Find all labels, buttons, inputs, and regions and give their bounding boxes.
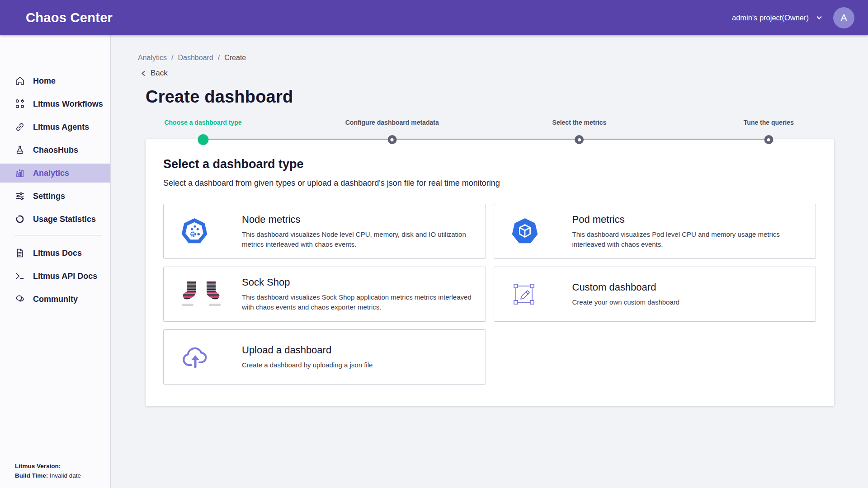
step-dot bbox=[575, 135, 584, 144]
sidebar-item-community[interactable]: Community bbox=[0, 290, 110, 309]
sidebar-item-label: Litmus Docs bbox=[33, 249, 82, 258]
step-label: Configure dashboard metadata bbox=[345, 119, 439, 126]
stepper: Choose a dashboard type Configure dashbo… bbox=[146, 119, 834, 145]
sidebar-item-usage-statistics[interactable]: Usage Statistics bbox=[0, 210, 110, 229]
card-title: Upload a dashboard bbox=[242, 344, 475, 356]
card-description: Create a dashboard by uploading a json f… bbox=[242, 360, 475, 370]
home-icon bbox=[14, 75, 25, 86]
litmus-version-label: Litmus Version: bbox=[15, 463, 61, 469]
breadcrumb: Analytics / Dashboard / Create bbox=[138, 54, 868, 62]
chaoshub-icon bbox=[14, 145, 25, 155]
sidebar-divider bbox=[14, 235, 102, 235]
sock-shop-icon bbox=[180, 280, 222, 308]
breadcrumb-separator: / bbox=[171, 54, 173, 62]
project-selector[interactable]: admin's project(Owner) bbox=[732, 14, 822, 22]
step-tune-queries: Tune the queries bbox=[744, 119, 794, 126]
sidebar-item-label: Home bbox=[33, 76, 56, 86]
step-configure-metadata: Configure dashboard metadata bbox=[345, 119, 439, 126]
back-label: Back bbox=[151, 69, 168, 78]
node-metrics-icon bbox=[180, 217, 208, 245]
dashboard-type-panel: Select a dashboard type Select a dashboa… bbox=[146, 139, 834, 406]
analytics-icon bbox=[14, 168, 25, 178]
sidebar-footer: Litmus Version: Build Time: Invalid date bbox=[15, 461, 81, 481]
api-docs-icon bbox=[14, 271, 25, 282]
sidebar-item-home[interactable]: Home bbox=[0, 71, 110, 90]
sidebar-item-label: Litmus Workflows bbox=[33, 99, 103, 109]
upload-dashboard-icon bbox=[180, 344, 210, 370]
card-upload-dashboard[interactable]: Upload a dashboard Create a dashboard by… bbox=[163, 329, 486, 385]
sidebar-item-label: Community bbox=[33, 295, 78, 304]
breadcrumb-separator: / bbox=[218, 54, 220, 62]
sidebar-item-label: Litmus API Docs bbox=[33, 272, 97, 281]
back-button[interactable]: Back bbox=[141, 69, 168, 78]
community-icon bbox=[14, 294, 25, 305]
step-label: Tune the queries bbox=[744, 119, 794, 126]
usage-statistics-icon bbox=[14, 214, 25, 225]
panel-subheading: Select a dashboard from given types or u… bbox=[163, 178, 816, 188]
sidebar: Home Litmus Workflows Litmus Agents Chao… bbox=[0, 35, 111, 488]
card-title: Custom dashboard bbox=[572, 282, 805, 293]
card-description: This dashboard visualizes Sock Shop appl… bbox=[242, 292, 475, 312]
project-selector-label: admin's project(Owner) bbox=[732, 14, 809, 22]
workflows-icon bbox=[14, 99, 25, 109]
app-header: Chaos Center admin's project(Owner) A bbox=[0, 0, 868, 35]
breadcrumb-analytics[interactable]: Analytics bbox=[138, 54, 167, 62]
card-title: Sock Shop bbox=[242, 277, 475, 288]
sidebar-item-settings[interactable]: Settings bbox=[0, 187, 110, 206]
sidebar-item-label: ChaosHubs bbox=[33, 145, 78, 155]
sidebar-item-litmus-docs[interactable]: Litmus Docs bbox=[0, 244, 110, 263]
step-dot bbox=[387, 135, 396, 144]
step-dot-active bbox=[198, 134, 208, 145]
card-custom-dashboard[interactable]: Custom dashboard Create your own custom … bbox=[494, 267, 816, 322]
breadcrumb-create: Create bbox=[224, 54, 246, 62]
card-title: Node metrics bbox=[242, 214, 475, 225]
avatar[interactable]: A bbox=[833, 7, 854, 28]
settings-icon bbox=[14, 191, 25, 202]
stepper-track bbox=[203, 139, 769, 140]
card-node-metrics[interactable]: Node metrics This dashboard visualizes N… bbox=[163, 204, 486, 259]
build-time-label: Build Time: bbox=[15, 472, 48, 479]
step-select-metrics: Select the metrics bbox=[552, 119, 607, 126]
card-title: Pod metrics bbox=[572, 214, 805, 225]
main-content: Analytics / Dashboard / Create Back Crea… bbox=[111, 35, 868, 488]
breadcrumb-dashboard[interactable]: Dashboard bbox=[178, 54, 213, 62]
sidebar-item-litmus-api-docs[interactable]: Litmus API Docs bbox=[0, 267, 110, 286]
page-title: Create dashboard bbox=[146, 87, 868, 107]
panel-heading: Select a dashboard type bbox=[163, 157, 816, 171]
sidebar-item-chaoshubs[interactable]: ChaosHubs bbox=[0, 141, 110, 160]
sidebar-item-litmus-agents[interactable]: Litmus Agents bbox=[0, 117, 110, 136]
card-description: Create your own custom dashboard bbox=[572, 297, 805, 307]
agents-icon bbox=[14, 122, 25, 132]
sidebar-item-analytics[interactable]: Analytics bbox=[0, 164, 110, 183]
card-sock-shop[interactable]: Sock Shop This dashboard visualizes Sock… bbox=[163, 267, 486, 322]
chevron-down-icon bbox=[816, 14, 822, 21]
step-dot bbox=[764, 135, 773, 144]
sidebar-item-label: Usage Statistics bbox=[33, 215, 96, 224]
pod-metrics-icon bbox=[511, 217, 539, 245]
build-time-value: Invalid date bbox=[50, 472, 81, 479]
avatar-initial: A bbox=[840, 12, 847, 23]
step-label: Choose a dashboard type bbox=[164, 119, 241, 126]
step-choose-dashboard-type: Choose a dashboard type bbox=[164, 119, 241, 126]
sidebar-item-label: Analytics bbox=[33, 169, 69, 178]
sidebar-item-label: Litmus Agents bbox=[33, 122, 89, 132]
app-title: Chaos Center bbox=[26, 10, 113, 25]
step-label: Select the metrics bbox=[552, 119, 607, 126]
card-pod-metrics[interactable]: Pod metrics This dashboard visualizes Po… bbox=[494, 204, 816, 259]
docs-icon bbox=[14, 248, 25, 258]
sidebar-item-label: Settings bbox=[33, 192, 65, 201]
back-chevron-icon bbox=[141, 70, 146, 76]
card-description: This dashboard visualizes Node level CPU… bbox=[242, 230, 475, 249]
sidebar-item-litmus-workflows[interactable]: Litmus Workflows bbox=[0, 94, 110, 113]
custom-dashboard-icon bbox=[511, 281, 537, 307]
card-description: This dashboard visualizes Pod level CPU … bbox=[572, 230, 805, 249]
